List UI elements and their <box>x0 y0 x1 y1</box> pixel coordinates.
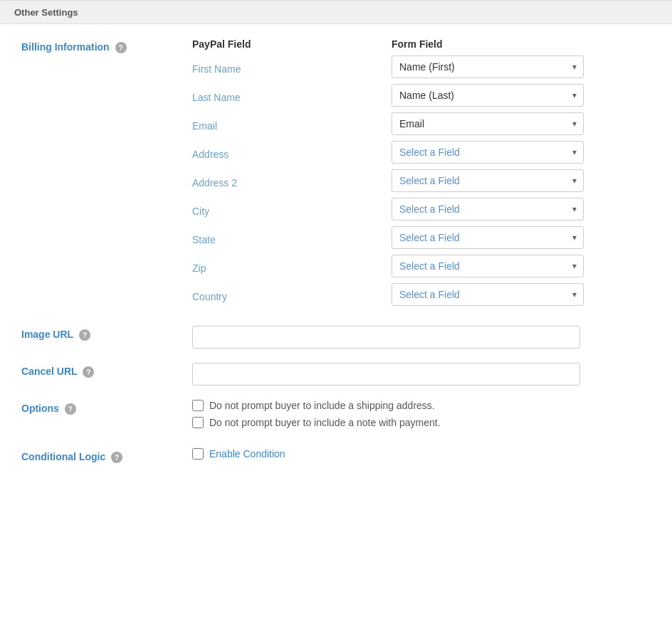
billing-row-lastname: Last Name Name (Last) ▾ <box>192 84 634 107</box>
image-url-row: Image URL ? <box>21 326 651 349</box>
select-wrapper-firstname: Name (First) ▾ <box>392 55 584 78</box>
form-field-country: Select a Field ▾ <box>392 283 634 306</box>
select-zip[interactable]: Select a Field <box>392 255 584 277</box>
options-label-text: Options <box>21 403 59 414</box>
image-url-help-icon[interactable]: ? <box>79 329 90 341</box>
form-field-city: Select a Field ▾ <box>392 198 634 221</box>
page-wrapper: Other Settings Billing Information ? Pay… <box>0 0 672 621</box>
image-url-label-text: Image URL <box>21 329 73 340</box>
enable-condition-label: Enable Condition <box>209 448 285 460</box>
select-city[interactable]: Select a Field <box>392 198 584 221</box>
select-wrapper-zip: Select a Field ▾ <box>392 255 584 277</box>
billing-help-icon[interactable]: ? <box>115 42 127 53</box>
cancel-url-help-icon[interactable]: ? <box>83 366 94 378</box>
form-field-address2: Select a Field ▾ <box>392 169 634 192</box>
select-address2[interactable]: Select a Field <box>392 169 584 192</box>
form-col-header: Form Field <box>392 38 634 50</box>
option-shipping-row: Do not prompt buyer to include a shippin… <box>192 400 651 411</box>
paypal-field-country: Country <box>192 287 392 302</box>
option-shipping-label: Do not prompt buyer to include a shippin… <box>209 400 435 411</box>
paypal-field-firstname: First Name <box>192 59 392 75</box>
billing-row-address2: Address 2 Select a Field ▾ <box>192 169 634 192</box>
billing-row-city: City Select a Field ▾ <box>192 198 634 221</box>
select-wrapper-country: Select a Field ▾ <box>392 283 584 306</box>
billing-information-row: Billing Information ? PayPal Field Form … <box>21 38 651 312</box>
enable-condition-row: Enable Condition <box>192 448 651 460</box>
billing-row-email: Email Email ▾ <box>192 112 634 135</box>
select-email[interactable]: Email <box>392 112 584 135</box>
select-wrapper-lastname: Name (Last) ▾ <box>392 84 584 107</box>
select-state[interactable]: Select a Field <box>392 226 584 249</box>
select-wrapper-email: Email ▾ <box>392 112 584 135</box>
select-wrapper-address2: Select a Field ▾ <box>392 169 584 192</box>
options-label: Options ? <box>21 400 192 415</box>
paypal-field-state: State <box>192 230 392 245</box>
form-field-firstname: Name (First) ▾ <box>392 55 634 78</box>
cancel-url-input[interactable] <box>192 363 580 386</box>
billing-label-text: Billing Information <box>21 41 110 53</box>
select-wrapper-state: Select a Field ▾ <box>392 226 584 249</box>
billing-row-country: Country Select a Field ▾ <box>192 283 634 306</box>
form-field-zip: Select a Field ▾ <box>392 255 634 277</box>
billing-content: PayPal Field Form Field First Name Name … <box>192 38 651 312</box>
image-url-input[interactable] <box>192 326 580 349</box>
select-lastname[interactable]: Name (Last) <box>392 84 584 107</box>
options-help-icon[interactable]: ? <box>65 403 76 415</box>
enable-condition-checkbox[interactable] <box>192 448 204 460</box>
form-field-address: Select a Field ▾ <box>392 141 634 164</box>
paypal-field-zip: Zip <box>192 258 392 274</box>
cancel-url-label-text: Cancel URL <box>21 366 78 377</box>
image-url-content <box>192 326 651 349</box>
option-note-label: Do not prompt buyer to include a note wi… <box>209 417 441 428</box>
content-area: Billing Information ? PayPal Field Form … <box>0 24 672 494</box>
form-field-lastname: Name (Last) ▾ <box>392 84 634 107</box>
form-field-email: Email ▾ <box>392 112 634 135</box>
paypal-col-header: PayPal Field <box>192 38 392 50</box>
conditional-logic-label: Conditional Logic ? <box>21 448 192 463</box>
section-title: Other Settings <box>14 7 78 18</box>
paypal-field-address2: Address 2 <box>192 173 392 189</box>
conditional-logic-content: Enable Condition <box>192 448 651 465</box>
billing-row-address: Address Select a Field ▾ <box>192 141 634 164</box>
billing-row-state: State Select a Field ▾ <box>192 226 634 249</box>
option-shipping-checkbox[interactable] <box>192 400 204 411</box>
paypal-field-email: Email <box>192 116 392 132</box>
option-note-row: Do not prompt buyer to include a note wi… <box>192 417 651 428</box>
paypal-field-city: City <box>192 201 392 217</box>
option-note-checkbox[interactable] <box>192 417 204 428</box>
billing-label: Billing Information ? <box>21 38 192 53</box>
select-wrapper-address: Select a Field ▾ <box>392 141 584 164</box>
options-content: Do not prompt buyer to include a shippin… <box>192 400 651 434</box>
cancel-url-content <box>192 363 651 386</box>
billing-table-header: PayPal Field Form Field <box>192 38 634 50</box>
section-header: Other Settings <box>0 0 672 24</box>
billing-row-zip: Zip Select a Field ▾ <box>192 255 634 277</box>
options-row: Options ? Do not prompt buyer to include… <box>21 400 651 434</box>
form-field-state: Select a Field ▾ <box>392 226 634 249</box>
conditional-logic-row: Conditional Logic ? Enable Condition <box>21 448 651 465</box>
cancel-url-row: Cancel URL ? <box>21 363 651 386</box>
billing-table: PayPal Field Form Field First Name Name … <box>192 38 634 306</box>
paypal-field-address: Address <box>192 144 392 160</box>
cancel-url-label: Cancel URL ? <box>21 363 192 378</box>
conditional-logic-help-icon[interactable]: ? <box>111 452 122 463</box>
select-firstname[interactable]: Name (First) <box>392 55 584 78</box>
image-url-label: Image URL ? <box>21 326 192 341</box>
select-address[interactable]: Select a Field <box>392 141 584 164</box>
conditional-logic-label-text: Conditional Logic <box>21 451 105 462</box>
billing-row-firstname: First Name Name (First) ▾ <box>192 55 634 78</box>
paypal-field-lastname: Last Name <box>192 87 392 103</box>
select-wrapper-city: Select a Field ▾ <box>392 198 584 221</box>
select-country[interactable]: Select a Field <box>392 283 584 306</box>
